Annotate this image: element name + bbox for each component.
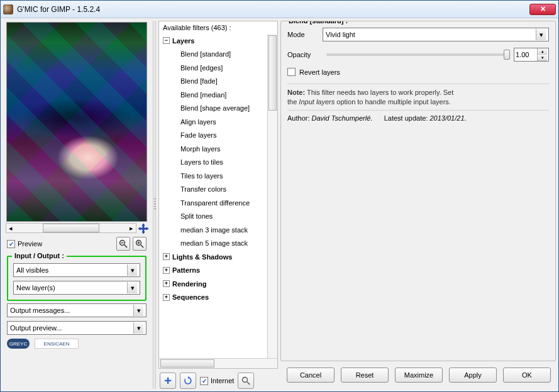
expand-icon[interactable]: +	[163, 267, 170, 274]
ok-button[interactable]: OK	[503, 368, 551, 383]
note-text: Note: This filter needs two layers to wo…	[287, 88, 549, 107]
opacity-label: Opacity	[287, 51, 323, 58]
filter-vscrollbar[interactable]	[267, 34, 277, 358]
tree-item[interactable]: +Lights & Shadows	[162, 250, 277, 264]
preview-hscrollbar[interactable]: ◂ ▸	[6, 223, 136, 233]
chevron-down-icon: ▾	[127, 282, 137, 293]
preview-label: Preview	[18, 240, 42, 248]
expand-icon[interactable]: +	[163, 253, 170, 260]
slider-thumb[interactable]	[504, 50, 510, 60]
tree-item[interactable]: Transfer colors	[162, 183, 277, 197]
expand-icon[interactable]: +	[163, 280, 170, 287]
cancel-button[interactable]: Cancel	[287, 368, 335, 383]
output-preview-dropdown[interactable]: Output preview... ▾	[7, 321, 147, 335]
revert-label: Revert layers	[299, 68, 340, 76]
svg-point-7	[243, 378, 248, 383]
mode-label: Mode	[287, 31, 323, 38]
add-filter-button[interactable]: +	[160, 373, 176, 389]
opacity-spinner[interactable]: ▴▾	[514, 48, 549, 62]
scroll-thumb[interactable]	[43, 224, 100, 232]
preview-checkbox[interactable]: ✔	[7, 240, 15, 248]
refresh-button[interactable]	[180, 373, 196, 389]
tree-item[interactable]: +Patterns	[162, 264, 277, 278]
chevron-down-icon: ▾	[133, 305, 143, 316]
preview-image[interactable]	[6, 22, 147, 222]
middle-column: Available filters (463) : −LayersBlend […	[158, 21, 278, 389]
greyc-logo: GREYC	[7, 339, 30, 349]
tree-item[interactable]: Blend [standard]	[162, 48, 277, 62]
mode-dropdown[interactable]: Vivid light ▾	[323, 28, 549, 41]
divider	[287, 110, 549, 111]
chevron-down-icon: ▾	[133, 322, 143, 334]
filter-settings-panel: Blend [standard] : Mode Vivid light ▾ Op…	[280, 21, 556, 361]
revert-checkbox[interactable]: ✔	[287, 68, 296, 76]
zoom-out-button[interactable]	[116, 237, 130, 251]
preview-controls: ✔ Preview	[3, 234, 150, 253]
output-messages-dropdown[interactable]: Output messages... ▾	[7, 303, 147, 317]
filter-tree[interactable]: −LayersBlend [standard]Blend [edges]Blen…	[159, 34, 277, 358]
tree-item[interactable]: Fade layers	[162, 129, 277, 143]
spin-up[interactable]: ▴	[538, 48, 547, 55]
tree-item[interactable]: Transparent difference	[162, 196, 277, 210]
opacity-row: Opacity ▴▾	[287, 48, 549, 62]
maximize-button[interactable]: Maximize	[395, 368, 443, 383]
opacity-input[interactable]	[514, 50, 537, 59]
filter-panel: Available filters (463) : −LayersBlend […	[158, 21, 278, 369]
tree-item[interactable]: Blend [shape average]	[162, 102, 277, 116]
zoom-in-button[interactable]	[133, 237, 147, 251]
expand-icon[interactable]: +	[163, 294, 170, 301]
tree-item[interactable]: Blend [fade]	[162, 75, 277, 89]
filter-header: Available filters (463) :	[159, 21, 277, 34]
window-body: ◂ ▸ ✔ Preview Input /	[1, 18, 558, 391]
zoom-filter-button[interactable]	[238, 373, 254, 389]
tree-item[interactable]: +Sequences	[162, 291, 277, 305]
gimp-icon	[3, 4, 13, 14]
svg-line-1	[125, 245, 127, 248]
tree-item[interactable]: Split tones	[162, 210, 277, 224]
tree-item[interactable]: Tiles to layers	[162, 169, 277, 183]
ensicaen-logo: ENSICAEN	[35, 339, 79, 349]
author-row: Author: David Tschumperlé. Latest update…	[287, 114, 549, 122]
splitter[interactable]	[153, 21, 156, 389]
tree-item[interactable]: −Layers	[162, 34, 277, 48]
internet-checkbox-row: ✔ Internet	[200, 377, 234, 385]
titlebar: G'MIC for GIMP - 1.5.2.4 ✕	[1, 1, 558, 18]
chevron-down-icon: ▾	[127, 264, 137, 276]
svg-line-8	[247, 382, 250, 384]
tree-item[interactable]: Morph layers	[162, 142, 277, 156]
reset-button[interactable]: Reset	[341, 368, 389, 383]
apply-button[interactable]: Apply	[449, 368, 497, 383]
io-fieldset: Input / Output : All visibles ▾ New laye…	[7, 256, 147, 301]
settings-legend: Blend [standard] :	[286, 21, 350, 24]
svg-line-4	[141, 245, 143, 248]
tree-item[interactable]: Blend [edges]	[162, 61, 277, 75]
spin-down[interactable]: ▾	[538, 55, 547, 61]
filter-hscrollbar[interactable]	[159, 358, 277, 368]
tree-item[interactable]: Align layers	[162, 115, 277, 129]
revert-row: ✔ Revert layers	[287, 68, 549, 76]
close-button[interactable]: ✕	[529, 4, 556, 15]
output-mode-dropdown[interactable]: New layer(s) ▾	[13, 281, 140, 295]
button-bar: Cancel Reset Maximize Apply OK	[280, 361, 556, 389]
footer-logos: GREYC ENSICAEN	[7, 339, 147, 349]
internet-checkbox[interactable]: ✔	[200, 377, 208, 385]
input-layers-dropdown[interactable]: All visibles ▾	[13, 263, 140, 277]
opacity-slider[interactable]	[326, 53, 510, 56]
tree-item[interactable]: +Rendering	[162, 277, 277, 291]
internet-label: Internet	[211, 377, 234, 384]
window-title: G'MIC for GIMP - 1.5.2.4	[17, 5, 529, 14]
gmic-window: G'MIC for GIMP - 1.5.2.4 ✕ ◂ ▸ ✔ P	[0, 0, 559, 392]
filter-toolbar: + ✔ Internet	[158, 369, 278, 389]
left-column: ◂ ▸ ✔ Preview Input /	[3, 21, 150, 389]
tree-item[interactable]: median 3 image stack	[162, 223, 277, 237]
right-column: Blend [standard] : Mode Vivid light ▾ Op…	[280, 21, 556, 389]
tree-item[interactable]: Layers to tiles	[162, 156, 277, 170]
collapse-icon[interactable]: −	[163, 37, 170, 44]
chevron-down-icon: ▾	[536, 29, 546, 40]
move-icon[interactable]	[138, 223, 149, 234]
mode-row: Mode Vivid light ▾	[287, 28, 549, 41]
io-legend: Input / Output :	[12, 252, 67, 259]
divider	[287, 84, 549, 84]
tree-item[interactable]: Blend [median]	[162, 88, 277, 102]
tree-item[interactable]: median 5 image stack	[162, 237, 277, 251]
